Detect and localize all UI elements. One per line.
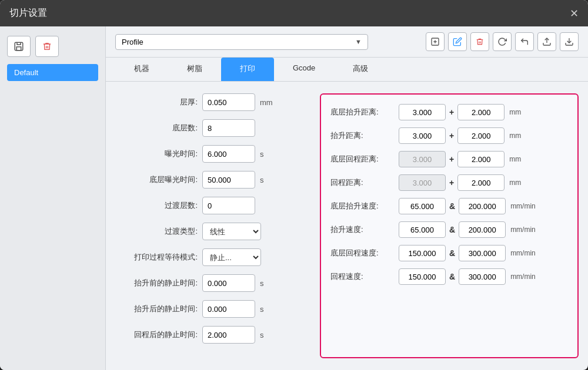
right-row-bottom-retract-distance: 底层回程距离: + mm [330,151,568,167]
right-row-retract-speed: 回程速度: & mm/min [330,268,568,285]
tab-print[interactable]: 打印 [221,58,274,81]
rest-after-retract-input[interactable] [202,326,255,344]
bottom-lift-speed-input1[interactable] [399,198,446,214]
layer-thickness-unit: mm [260,98,273,107]
bottom-retract-speed-input2[interactable] [459,245,506,261]
tab-gcode[interactable]: Gcode [274,58,334,81]
rest-after-lift-label: 抬升后的静止时间: [115,304,198,314]
transition-type-label: 过渡类型: [115,226,198,237]
form-row-transition-type: 过渡类型: 线性 指数 [115,223,306,240]
bottom-lift-distance-input2[interactable] [457,104,505,120]
profile-dropdown[interactable]: Profile ▼ [115,34,368,50]
bottom-lift-distance-unit: mm [509,108,521,116]
bottom-retract-distance-unit: mm [509,155,521,163]
plus-sign-3: + [449,154,454,164]
exposure-time-input[interactable] [202,145,255,163]
form-row-rest-after-retract: 回程后的静止时间: s [115,326,306,344]
profile-dropdown-value: Profile [122,38,143,46]
retract-speed-unit: mm/min [510,273,536,281]
bottom-retract-speed-input1[interactable] [399,245,446,261]
right-row-bottom-lift-speed: 底层抬升速度: & mm/min [330,198,568,214]
content-area: Default Profile ▼ [0,26,588,370]
chevron-down-icon: ▼ [355,38,362,45]
lift-speed-input2[interactable] [459,221,506,238]
top-icon-group [426,32,579,51]
bottom-exposure-time-unit: s [260,176,264,184]
delete-profile-button[interactable] [35,36,59,57]
bottom-retract-distance-input1[interactable] [399,151,446,167]
retract-distance-input2[interactable] [457,174,505,191]
new-profile-button[interactable] [426,32,445,51]
bottom-lift-distance-input1[interactable] [399,104,446,120]
plus-sign-1: + [449,107,454,117]
lift-distance-input1[interactable] [399,127,446,144]
dialog-title: 切片设置 [9,7,47,19]
bottom-lift-speed-unit: mm/min [510,202,536,210]
left-form: 层厚: mm 底层数: 曝光时间: s 底层曝光时间: [115,93,320,358]
bottom-lift-distance-label: 底层抬升距离: [330,107,395,117]
bottom-lift-speed-label: 底层抬升速度: [330,201,395,211]
bottom-retract-distance-input2[interactable] [457,151,505,167]
plus-sign-2: + [449,131,454,140]
retract-distance-unit: mm [509,179,521,187]
svg-rect-1 [16,47,21,51]
form-row-wait-mode: 打印过程等待模式: 静止... 移动... [115,248,306,266]
edit-button[interactable] [448,32,467,51]
layer-thickness-input[interactable] [202,93,255,111]
tab-advanced[interactable]: 高级 [334,58,387,81]
form-row-bottom-layers: 底层数: [115,119,306,137]
right-row-lift-speed: 抬升速度: & mm/min [330,221,568,238]
tab-machine[interactable]: 机器 [115,58,168,81]
layer-thickness-label: 层厚: [115,97,198,107]
rest-before-lift-input[interactable] [202,274,255,292]
transition-layers-input[interactable] [202,197,255,214]
bottom-lift-speed-input2[interactable] [459,198,506,214]
transition-type-select[interactable]: 线性 指数 [203,227,260,237]
bottom-exposure-time-input[interactable] [202,171,255,189]
main-content: Profile ▼ [106,26,588,370]
right-row-retract-distance: 回程距离: + mm [330,174,568,191]
right-row-bottom-lift-distance: 底层抬升距离: + mm [330,104,568,120]
lift-distance-unit: mm [509,132,521,140]
tab-resin[interactable]: 树脂 [168,58,221,81]
bottom-retract-distance-label: 底层回程距离: [330,154,395,164]
close-button[interactable]: ✕ [570,8,579,19]
sidebar-buttons [7,36,98,57]
retract-speed-input2[interactable] [459,268,506,285]
plus-sign-4: + [449,178,454,187]
lift-speed-input1[interactable] [399,221,446,238]
export-button[interactable] [537,32,556,51]
transition-type-select-wrapper: 线性 指数 [202,223,261,240]
wait-mode-select[interactable]: 静止... 移动... [203,253,260,263]
import-button[interactable] [560,32,579,51]
right-row-lift-distance: 抬升距离: + mm [330,127,568,144]
rest-after-retract-unit: s [260,331,264,339]
sidebar-item-default[interactable]: Default [7,64,98,81]
undo-button[interactable] [515,32,534,51]
bottom-layers-input[interactable] [202,119,255,137]
wait-mode-label: 打印过程等待模式: [115,252,198,263]
amp-sign-4: & [449,272,455,281]
lift-speed-unit: mm/min [510,226,536,234]
retract-distance-label: 回程距离: [330,177,395,188]
rest-after-lift-unit: s [260,305,264,314]
retract-speed-label: 回程速度: [330,271,395,282]
amp-sign-1: & [449,201,455,211]
rest-after-lift-input[interactable] [202,300,255,318]
refresh-button[interactable] [493,32,512,51]
form-row-bottom-exposure-time: 底层曝光时间: s [115,171,306,189]
bottom-exposure-time-label: 底层曝光时间: [115,174,198,185]
retract-distance-input1[interactable] [399,174,446,191]
amp-sign-2: & [449,225,455,234]
right-panel: 底层抬升距离: + mm 抬升距离: + mm 底层回程距离 [320,93,579,358]
dialog: 切片设置 ✕ Default [0,0,588,370]
rest-before-lift-unit: s [260,279,264,288]
form-row-layer-thickness: 层厚: mm [115,93,306,111]
rest-before-lift-label: 抬升前的静止时间: [115,278,198,288]
retract-speed-input1[interactable] [399,268,446,285]
rest-after-retract-label: 回程后的静止时间: [115,329,198,340]
delete-button[interactable] [470,32,489,51]
save-profile-button[interactable] [7,36,31,57]
lift-distance-label: 抬升距离: [330,130,395,141]
lift-distance-input2[interactable] [457,127,505,144]
